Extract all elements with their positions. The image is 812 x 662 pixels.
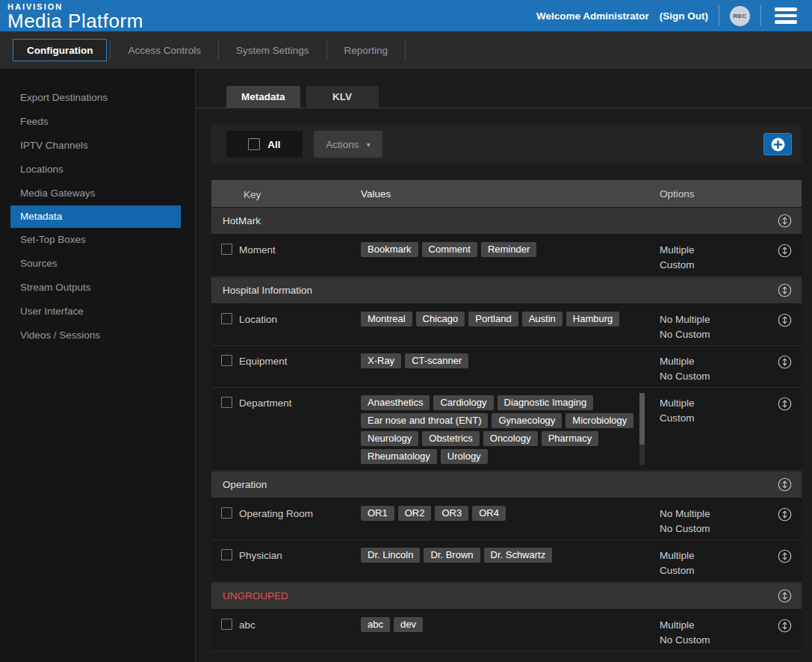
reorder-icon[interactable] bbox=[778, 589, 792, 603]
key-label: Operating Room bbox=[239, 506, 361, 536]
row-checkbox-department[interactable] bbox=[221, 397, 232, 408]
metadata-table: Key Values Options HotMarkMomentBookmark… bbox=[211, 180, 802, 652]
values-cell: Dr. LincolnDr. BrownDr. Schwartz bbox=[361, 548, 660, 578]
menu-icon[interactable] bbox=[772, 6, 800, 25]
sidebar-item-videos-sessions[interactable]: Videos / Sessions bbox=[0, 324, 195, 347]
sidebar-item-sources[interactable]: Sources bbox=[0, 252, 195, 276]
actions-dropdown[interactable]: Actions ▾ bbox=[314, 131, 382, 158]
reorder-icon[interactable] bbox=[778, 477, 792, 492]
reorder-icon[interactable] bbox=[778, 214, 792, 228]
value-chip: Austin bbox=[522, 312, 562, 327]
sign-out-link[interactable]: (Sign Out) bbox=[660, 10, 708, 22]
reorder-icon[interactable] bbox=[778, 313, 792, 327]
value-chip: Anaesthetics bbox=[361, 395, 430, 410]
tab-metadata[interactable]: Metadata bbox=[226, 86, 300, 108]
values-cell: OR1OR2OR3OR4 bbox=[361, 506, 660, 536]
sidebar-item-export-destinations[interactable]: Export Destinations bbox=[0, 86, 195, 110]
reorder-icon[interactable] bbox=[778, 355, 792, 369]
sidebar-item-stream-outputs[interactable]: Stream Outputs bbox=[0, 276, 195, 300]
header-separator bbox=[719, 5, 719, 26]
table-row-equipment: EquipmentX-RayCT-scannerMultipleNo Custo… bbox=[211, 346, 802, 388]
tab-klv[interactable]: KLV bbox=[306, 86, 379, 108]
nav-tab-system-settings[interactable]: System Settings bbox=[222, 39, 323, 61]
group-name: Hospital Information bbox=[211, 285, 768, 296]
options-cell: MultipleNo Custom bbox=[660, 617, 768, 648]
select-all-checkbox[interactable] bbox=[248, 138, 260, 150]
option-line: No Custom bbox=[660, 633, 768, 648]
option-line: Multiple bbox=[660, 548, 768, 563]
values-cell: X-RayCT-scanner bbox=[361, 353, 660, 384]
sidebar-item-set-top-boxes[interactable]: Set-Top Boxes bbox=[0, 228, 195, 252]
group-name: UNGROUPED bbox=[211, 590, 768, 601]
row-checkbox-operating-room[interactable] bbox=[221, 507, 232, 519]
select-all-button[interactable]: All bbox=[226, 131, 303, 158]
sidebar-item-iptv-channels[interactable]: IPTV Channels bbox=[0, 134, 195, 158]
nav-tab-configuration[interactable]: Configuration bbox=[13, 39, 107, 61]
value-chip: CT-scanner bbox=[405, 353, 468, 368]
value-chip: Dr. Schwartz bbox=[484, 548, 553, 563]
reorder-icon[interactable] bbox=[778, 283, 792, 297]
row-checkbox-moment[interactable] bbox=[221, 244, 232, 255]
sidebar-item-locations[interactable]: Locations bbox=[0, 158, 195, 182]
nav-tab-access-controls[interactable]: Access Controls bbox=[114, 39, 215, 61]
reorder-icon[interactable] bbox=[778, 244, 792, 258]
reorder-icon[interactable] bbox=[778, 549, 792, 563]
option-line: Custom bbox=[660, 258, 768, 273]
table-body: HotMarkMomentBookmarkCommentReminderMult… bbox=[211, 208, 802, 652]
option-line: No Custom bbox=[660, 369, 768, 384]
row-checkbox-physician[interactable] bbox=[221, 549, 232, 560]
toolbar: All Actions ▾ bbox=[211, 125, 802, 164]
add-button[interactable] bbox=[763, 133, 792, 155]
column-header-key: Key bbox=[239, 187, 361, 200]
caret-down-icon: ▾ bbox=[367, 140, 371, 149]
option-line: Multiple bbox=[660, 243, 768, 258]
brand-logo[interactable]: HAIVISION Media Platform bbox=[0, 1, 143, 31]
row-checkbox-abc[interactable] bbox=[221, 619, 232, 630]
welcome-text: Welcome Administrator bbox=[536, 10, 649, 22]
value-chip: Oncology bbox=[483, 431, 538, 446]
app-header: HAIVISION Media Platform Welcome Adminis… bbox=[0, 0, 812, 31]
sidebar-item-feeds[interactable]: Feeds bbox=[0, 110, 195, 134]
value-chip: Urology bbox=[441, 449, 488, 464]
value-chip: Bookmark bbox=[361, 242, 418, 257]
value-chip: X-Ray bbox=[361, 353, 401, 368]
value-chip: Microbiology bbox=[565, 413, 633, 428]
row-checkbox-equipment[interactable] bbox=[221, 355, 232, 366]
sidebar-item-user-interface[interactable]: User Interface bbox=[0, 300, 195, 324]
values-cell: MontrealChicagoPortlandAustinHamburg bbox=[361, 312, 660, 342]
reorder-icon[interactable] bbox=[778, 507, 792, 522]
table-row-department: DepartmentAnaestheticsCardiologyDiagnost… bbox=[211, 388, 802, 471]
sidebar: Export DestinationsFeedsIPTV ChannelsLoc… bbox=[0, 69, 196, 662]
value-chip: Chicago bbox=[416, 312, 465, 327]
group-header-ungrouped: UNGROUPED bbox=[211, 583, 802, 610]
table-row-location: LocationMontrealChicagoPortlandAustinHam… bbox=[211, 304, 802, 346]
reorder-icon[interactable] bbox=[778, 619, 792, 633]
nav-separator bbox=[218, 40, 219, 60]
option-line: Custom bbox=[660, 411, 768, 426]
value-chip: OR3 bbox=[435, 506, 468, 521]
rec-badge[interactable]: REC bbox=[730, 6, 750, 26]
table-header-row: Key Values Options bbox=[211, 180, 802, 207]
option-line: Multiple bbox=[660, 618, 768, 633]
reorder-icon[interactable] bbox=[778, 397, 792, 411]
value-chip: Reminder bbox=[481, 242, 536, 257]
scrollbar-thumb[interactable] bbox=[639, 393, 645, 445]
nav-tab-reporting[interactable]: Reporting bbox=[330, 39, 403, 61]
group-header-hospital-information: Hospital Information bbox=[211, 277, 802, 304]
options-cell: MultipleCustom bbox=[660, 548, 768, 578]
values-scrollbar[interactable] bbox=[639, 393, 645, 465]
header-separator bbox=[760, 5, 761, 26]
option-line: Custom bbox=[660, 563, 768, 578]
sidebar-item-media-gateways[interactable]: Media Gateways bbox=[0, 182, 195, 205]
key-label: Department bbox=[239, 395, 361, 467]
header-right-area: Welcome Administrator (Sign Out) REC bbox=[536, 5, 812, 26]
option-line: No Custom bbox=[660, 327, 768, 342]
value-chip: Portland bbox=[468, 312, 518, 327]
column-header-values: Values bbox=[361, 188, 660, 199]
value-chip: OR2 bbox=[398, 506, 432, 521]
group-header-hotmark: HotMark bbox=[211, 208, 802, 235]
key-label: Location bbox=[239, 312, 361, 342]
row-checkbox-location[interactable] bbox=[221, 313, 232, 324]
actions-label: Actions bbox=[326, 139, 359, 150]
sidebar-item-metadata[interactable]: Metadata bbox=[10, 205, 181, 228]
